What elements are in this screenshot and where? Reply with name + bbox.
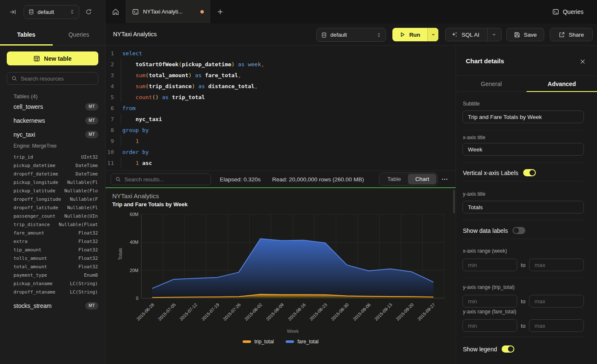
sql-editor[interactable]: 1select2 toStartOfWeek(pickup_datetime) …	[105, 46, 456, 170]
share-button[interactable]: Share	[550, 28, 593, 41]
table-name: cell_towers	[14, 103, 85, 110]
column-name: tip_amount	[14, 247, 78, 253]
subtitle-input[interactable]	[462, 111, 584, 123]
code-text: nyc_taxi	[114, 116, 162, 122]
indent-guide	[121, 81, 121, 92]
vertical-x-labels-toggle[interactable]	[523, 169, 536, 176]
database-selector[interactable]: default	[24, 5, 79, 19]
new-table-button[interactable]: New table	[7, 51, 98, 65]
column-name: total_amount	[14, 264, 78, 270]
tab-nytaxi-analytics[interactable]: NYTaxi Analyti...	[126, 0, 210, 23]
code-line: 2 toStartOfWeek(pickup_datetime) as week…	[105, 59, 456, 70]
y-range-fare-label: y-axis range (fare_total)	[463, 309, 516, 315]
run-button[interactable]: Run	[392, 28, 438, 41]
line-number: 6	[105, 105, 114, 111]
column-name: trip_distance	[14, 222, 59, 227]
column-row: trip_idUInt32	[0, 153, 105, 161]
run-button-main[interactable]: Run	[392, 28, 427, 41]
x-range-max-input[interactable]	[529, 259, 584, 271]
column-row: pickup_latitudeNullable(Flo	[0, 186, 105, 195]
column-type: Nullable(Fl	[67, 205, 98, 210]
tables-section-label: Tables (4)	[14, 93, 105, 100]
scrollbar-thumb[interactable]	[453, 190, 455, 213]
divider	[462, 162, 584, 163]
x-range-min-input[interactable]	[462, 259, 517, 271]
y-range-fare-min-input[interactable]	[462, 319, 517, 332]
y-range-trip-to-label: to	[519, 298, 528, 305]
results-search[interactable]	[111, 173, 211, 185]
chart-details-tabs: General Advanced	[456, 76, 597, 92]
chart-panel: NYTaxi Analytics Trip and Fare Totals by…	[105, 188, 456, 364]
tab-title: NYTaxi Analyti...	[143, 8, 196, 15]
home-tab[interactable]	[105, 0, 126, 23]
y-axis-title-input[interactable]	[462, 201, 584, 213]
table-item-hackernews[interactable]: hackernewsMT	[0, 113, 105, 127]
sql-ai-caret[interactable]	[487, 28, 500, 41]
legend-item-trip_total[interactable]: trip_total	[243, 339, 274, 345]
sql-ai-button[interactable]: SQL AI	[445, 28, 502, 41]
sidebar-tabs: Tables Queries	[0, 24, 105, 46]
column-name: payment_type	[14, 272, 84, 278]
line-number: 11	[105, 160, 114, 166]
share-label: Share	[569, 32, 584, 38]
save-button[interactable]: Save	[506, 28, 544, 41]
x-range-to-label: to	[519, 262, 528, 268]
mergetree-badge: MT	[85, 131, 98, 138]
database-icon	[28, 9, 34, 15]
view-toggle-chart[interactable]: Chart	[408, 174, 436, 184]
sidebar-tab-queries[interactable]: Queries	[53, 24, 105, 45]
divider	[462, 130, 584, 130]
query-title: NYTaxi Analytics	[113, 31, 157, 38]
table-item-cell_towers[interactable]: cell_towersMT	[0, 100, 105, 113]
column-name: pickup_datetime	[14, 163, 76, 168]
sidebar-search[interactable]	[7, 72, 98, 85]
column-type: Float32	[78, 230, 98, 236]
code-line: 4 sum(trip_distance) as distance_total,	[105, 81, 456, 92]
columns-list: trip_idUInt32pickup_datetimeDateTimedrop…	[0, 153, 105, 296]
sidebar-search-input[interactable]	[21, 75, 94, 82]
run-options-caret[interactable]	[427, 28, 438, 41]
legend-item-fare_total[interactable]: fare_total	[286, 339, 319, 345]
column-type: DateTime	[76, 163, 98, 168]
queries-top-button[interactable]: Queries	[552, 0, 583, 23]
show-data-labels-toggle[interactable]	[513, 227, 525, 234]
code-line: 10order by	[105, 146, 456, 157]
y-range-fare-to-label: to	[519, 323, 528, 329]
column-type: LC(String)	[70, 281, 98, 286]
code-text: sum(trip_distance) as distance_total,	[114, 83, 258, 89]
sidebar-tab-tables[interactable]: Tables	[0, 24, 53, 45]
y-axis-title: Totals	[118, 243, 123, 265]
view-toggle-table[interactable]: Table	[380, 174, 408, 184]
column-row: extraFloat32	[0, 237, 105, 245]
results-toolbar: Elapsed: 0.320s Read: 20,000,000 rows (2…	[105, 170, 456, 187]
tab-general[interactable]: General	[456, 76, 527, 92]
code-line: 9 1	[105, 135, 456, 146]
results-search-input[interactable]	[124, 176, 206, 183]
code-line: 3 sum(total_amount) as fare_total,	[105, 70, 456, 81]
code-text: select	[114, 50, 142, 57]
column-type: DateTime	[76, 171, 98, 177]
new-tab-button[interactable]	[214, 6, 226, 18]
table-item-nyc_taxi[interactable]: nyc_taxiMT	[0, 127, 105, 141]
indent-guide	[121, 135, 121, 146]
show-legend-toggle[interactable]	[502, 345, 514, 353]
x-axis-title-input[interactable]	[462, 143, 584, 156]
y-range-fare-max-input[interactable]	[529, 319, 584, 332]
vertical-x-labels-row: Vertical x-axis Labels	[463, 169, 536, 176]
line-number: 10	[105, 149, 114, 155]
close-icon[interactable]	[579, 58, 586, 65]
y-range-trip-min-input[interactable]	[462, 295, 517, 307]
y-range-trip-max-input[interactable]	[529, 295, 584, 307]
table-item-stocks_stream[interactable]: stocks_streamMT	[0, 299, 105, 313]
column-type: Float32	[78, 264, 98, 270]
divider	[462, 337, 584, 337]
x-range-label: x-axis range (week)	[463, 248, 507, 254]
collapse-sidebar-icon[interactable]	[7, 6, 19, 18]
more-options-icon[interactable]	[440, 175, 449, 183]
mergetree-badge: MT	[85, 103, 98, 111]
tab-advanced[interactable]: Advanced	[527, 76, 597, 92]
query-database-selector[interactable]: default	[316, 28, 386, 42]
refresh-icon[interactable]	[83, 6, 95, 18]
share-icon	[559, 32, 565, 38]
divider	[462, 181, 584, 181]
